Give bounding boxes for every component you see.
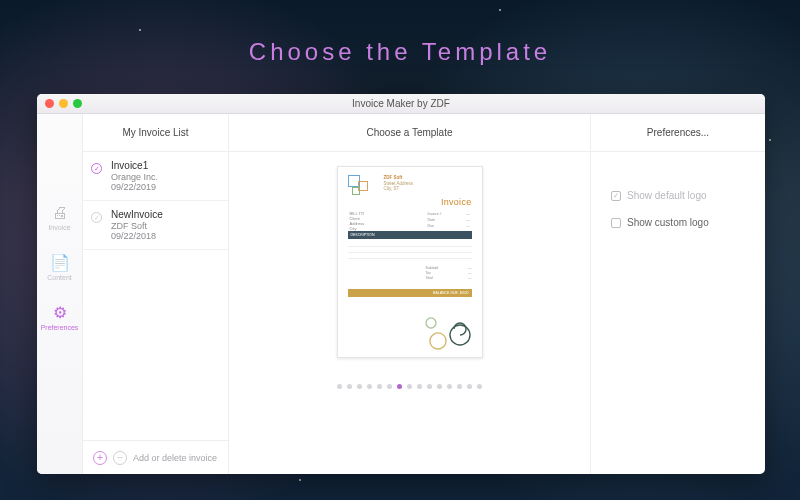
template-preview[interactable]: ZDF Soft Street Address City, ST Invoice… bbox=[337, 166, 483, 358]
invoice-list-item[interactable]: Invoice1 Orange Inc. 09/22/2019 bbox=[83, 152, 228, 201]
template-panel: Choose a Template ZDF Soft Street Addres… bbox=[229, 114, 591, 474]
bill-to: BILL TOClientAddressCity bbox=[350, 211, 365, 231]
app-window: Invoice Maker by ZDF 🖨 Invoice 📄 Content… bbox=[37, 94, 765, 474]
page-dot[interactable] bbox=[367, 384, 372, 389]
pref-show-default-logo[interactable]: Show default logo bbox=[611, 190, 745, 201]
invoice-client: Orange Inc. bbox=[111, 172, 218, 182]
pref-label: Show custom logo bbox=[627, 217, 709, 228]
invoice-date: 09/22/2019 bbox=[111, 182, 218, 192]
pref-show-custom-logo[interactable]: Show custom logo bbox=[611, 217, 745, 228]
invoice-heading: Invoice bbox=[441, 197, 472, 207]
page-dot[interactable] bbox=[417, 384, 422, 389]
rail-item-label: Invoice bbox=[48, 224, 70, 231]
page-dot[interactable] bbox=[457, 384, 462, 389]
checkbox-icon bbox=[611, 218, 621, 228]
preferences-header: Preferences... bbox=[591, 114, 765, 152]
invoice-list-panel: My Invoice List Invoice1 Orange Inc. 09/… bbox=[83, 114, 229, 474]
page-dot[interactable] bbox=[337, 384, 342, 389]
page-dot[interactable] bbox=[447, 384, 452, 389]
swirl-icon bbox=[420, 305, 478, 353]
rail-item-content[interactable]: 📄 Content bbox=[37, 253, 82, 281]
page-dot[interactable] bbox=[377, 384, 382, 389]
rail-item-label: Content bbox=[47, 274, 72, 281]
invoice-client: ZDF Soft bbox=[111, 221, 218, 231]
page-dot[interactable] bbox=[347, 384, 352, 389]
nav-rail: 🖨 Invoice 📄 Content ⚙ Preferences bbox=[37, 114, 83, 474]
footer-label: Add or delete invoice bbox=[133, 453, 217, 463]
page-dot[interactable] bbox=[467, 384, 472, 389]
printer-icon: 🖨 bbox=[37, 204, 82, 222]
document-icon: 📄 bbox=[37, 253, 82, 272]
delete-invoice-button[interactable]: − bbox=[113, 451, 127, 465]
page-dot[interactable] bbox=[437, 384, 442, 389]
pref-label: Show default logo bbox=[627, 190, 707, 201]
invoice-list-item[interactable]: NewInvoice ZDF Soft 09/22/2018 bbox=[83, 201, 228, 250]
line-items bbox=[348, 241, 472, 259]
page-dot[interactable] bbox=[407, 384, 412, 389]
page-dot[interactable] bbox=[477, 384, 482, 389]
preferences-panel: Preferences... Show default logo Show cu… bbox=[591, 114, 765, 474]
balance-bar: BALANCE DUE $0.00 bbox=[348, 289, 472, 297]
titlebar: Invoice Maker by ZDF bbox=[37, 94, 765, 114]
check-icon bbox=[91, 212, 102, 223]
add-invoice-button[interactable]: + bbox=[93, 451, 107, 465]
rail-item-preferences[interactable]: ⚙ Preferences bbox=[37, 303, 82, 331]
invoice-meta: Invoice #— Date— Due— bbox=[428, 211, 470, 229]
rail-item-label: Preferences bbox=[41, 324, 79, 331]
table-header-bar: DESCRIPTION bbox=[348, 231, 472, 239]
totals: Subtotal— Tax— Total— bbox=[426, 265, 472, 281]
page-title: Choose the Template bbox=[0, 38, 800, 66]
page-dot[interactable] bbox=[357, 384, 362, 389]
company-name: ZDF Soft Street Address City, ST bbox=[384, 175, 414, 192]
window-title: Invoice Maker by ZDF bbox=[37, 98, 765, 109]
template-header: Choose a Template bbox=[229, 114, 590, 152]
invoice-title: NewInvoice bbox=[111, 209, 218, 220]
invoice-list-header: My Invoice List bbox=[83, 114, 228, 152]
invoice-list-footer: + − Add or delete invoice bbox=[83, 440, 228, 474]
page-dot[interactable] bbox=[427, 384, 432, 389]
gear-icon: ⚙ bbox=[37, 303, 82, 322]
page-dot[interactable] bbox=[397, 384, 402, 389]
rail-item-invoice[interactable]: 🖨 Invoice bbox=[37, 204, 82, 231]
invoice-title: Invoice1 bbox=[111, 160, 218, 171]
template-pagination bbox=[337, 384, 482, 389]
check-icon bbox=[91, 163, 102, 174]
page-dot[interactable] bbox=[387, 384, 392, 389]
checkbox-icon bbox=[611, 191, 621, 201]
logo-icon bbox=[348, 175, 376, 197]
invoice-date: 09/22/2018 bbox=[111, 231, 218, 241]
window-content: 🖨 Invoice 📄 Content ⚙ Preferences My Inv… bbox=[37, 114, 765, 474]
